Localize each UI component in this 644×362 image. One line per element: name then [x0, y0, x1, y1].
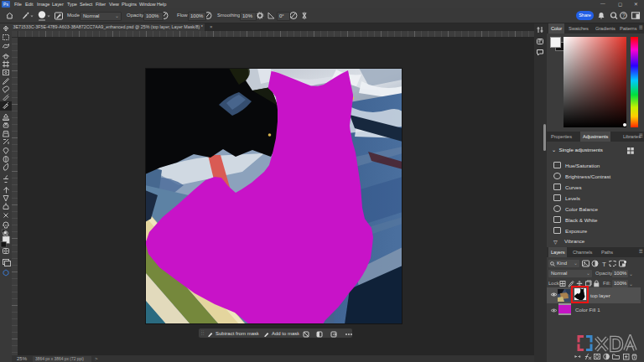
- svg-text:T: T: [602, 261, 606, 268]
- svg-text:?: ?: [622, 13, 626, 18]
